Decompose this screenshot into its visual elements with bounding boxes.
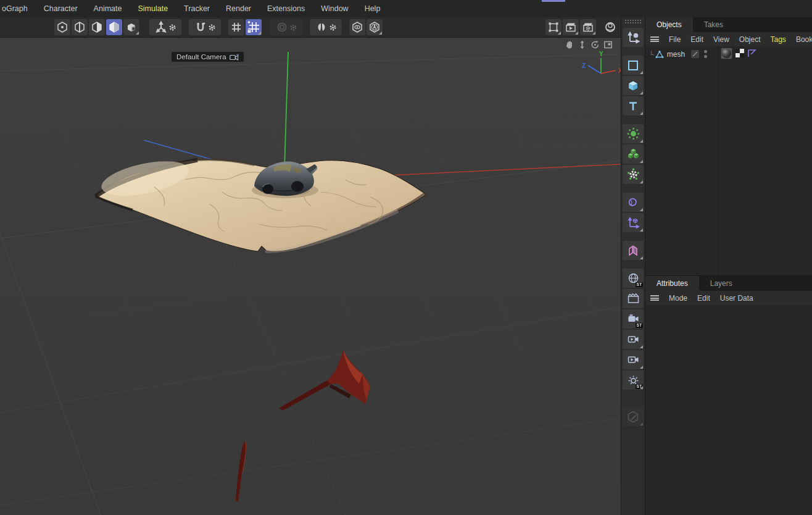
workplane-locked-grid-icon (247, 20, 260, 34)
falloff-circles-icon (276, 21, 288, 33)
phong-tag-icon[interactable] (747, 49, 756, 58)
volume-builder-button[interactable] (623, 144, 644, 164)
right-panel: Objects Takes File Edit View Object Tags… (645, 17, 812, 515)
object-name[interactable]: mesh (667, 50, 685, 59)
menu-help[interactable]: Help (357, 0, 389, 17)
material-tag-icon[interactable] (721, 48, 732, 59)
metaball-button[interactable] (623, 193, 644, 212)
null-axis-button[interactable] (623, 213, 644, 232)
camera-st-button[interactable]: ST (623, 309, 644, 329)
st-badge: ST (636, 384, 643, 389)
move-tool-button[interactable] (623, 28, 644, 47)
maximize-view-icon[interactable] (603, 40, 613, 50)
menu-tracker[interactable]: Tracker (176, 0, 218, 17)
workplane-lock-button[interactable] (246, 19, 262, 35)
tab-attributes[interactable]: Attributes (645, 276, 699, 291)
model-mode-button[interactable] (106, 19, 122, 35)
generator-settings-button[interactable] (623, 165, 644, 184)
attributes-hamburger-icon[interactable] (650, 295, 659, 301)
objects-menu-file[interactable]: File (669, 35, 681, 44)
objects-menu-object[interactable]: Object (739, 35, 761, 44)
symmetry-button[interactable] (310, 19, 342, 35)
objects-hamburger-icon[interactable] (650, 36, 659, 42)
polygons-mode-button[interactable] (89, 19, 105, 35)
menu-mograph[interactable]: oGraph (0, 0, 36, 17)
axis-tool-icon (155, 21, 167, 33)
frame-selected-button[interactable] (545, 19, 561, 35)
workplane-button[interactable] (228, 19, 244, 35)
attributes-menu-mode[interactable]: Mode (669, 294, 687, 303)
camera-icon (230, 54, 239, 61)
menu-extensions[interactable]: Extensions (259, 0, 313, 17)
visibility-dots[interactable] (704, 50, 707, 58)
st-badge: ST (636, 323, 643, 328)
text-object-icon (627, 100, 639, 112)
viewport-nav-controls (564, 40, 613, 50)
field-object-button[interactable] (623, 124, 644, 143)
camera-play-2-button[interactable] (623, 350, 644, 369)
camera-label[interactable]: Default Camera (172, 52, 244, 62)
menu-render[interactable]: Render (218, 0, 259, 17)
edit-toggle-icon[interactable] (691, 50, 699, 58)
objects-tab-bar: Objects Takes (645, 17, 812, 32)
pan-hand-icon[interactable] (564, 40, 574, 50)
interactive-render-orb-icon (603, 20, 617, 34)
spline-rectangle-button[interactable] (623, 56, 644, 75)
attributes-menu-edit[interactable]: Edit (697, 294, 710, 303)
camera-play-2-icon (627, 353, 640, 366)
objects-menu-bookmarks[interactable]: Bookmarks (796, 35, 812, 44)
strip-grip-handle[interactable] (624, 19, 642, 24)
attributes-body (645, 305, 812, 513)
tab-objects[interactable]: Objects (645, 17, 693, 32)
tool-strip: ST ST ST (621, 17, 645, 515)
attributes-menu-user-data[interactable]: User Data (720, 294, 753, 303)
uvw-tag-icon[interactable] (735, 49, 744, 57)
null-axis-icon (627, 216, 640, 229)
solo-eye-hexagon-icon (351, 21, 363, 33)
menu-simulate[interactable]: Simulate (130, 0, 176, 17)
objects-menu-view[interactable]: View (713, 35, 729, 44)
points-mode-button[interactable] (54, 19, 70, 35)
object-row-mesh[interactable]: └ mesh (645, 48, 812, 61)
frame-selected-icon (547, 21, 560, 33)
orbit-rotate-icon[interactable] (590, 40, 600, 50)
stage-object-button[interactable] (623, 289, 644, 308)
viewport-3d[interactable]: Default Camera Y Z X (0, 38, 621, 515)
text-object-button[interactable] (623, 96, 644, 115)
render-view-button[interactable] (563, 19, 579, 35)
objects-tree[interactable]: └ mesh (645, 46, 812, 276)
cube-primitive-button[interactable] (623, 76, 644, 95)
solo-auto-button[interactable] (367, 19, 383, 35)
menu-window[interactable]: Window (313, 0, 356, 17)
snap-button[interactable] (189, 19, 221, 35)
axis-gizmo[interactable]: Y Z X (580, 51, 621, 82)
interactive-render-button[interactable] (602, 19, 618, 35)
edit-disabled-button (623, 407, 644, 426)
move-tool-icon (626, 31, 640, 44)
tab-takes[interactable]: Takes (693, 17, 734, 32)
main-toolbar (0, 17, 621, 38)
light-object-button[interactable]: ST (623, 371, 644, 390)
attributes-menu-row: Mode Edit User Data (645, 291, 812, 305)
menu-animate[interactable]: Animate (86, 0, 130, 17)
sky-object-button[interactable]: ST (623, 269, 644, 288)
menu-character[interactable]: Character (36, 0, 86, 17)
camera-play-button[interactable] (623, 330, 644, 349)
workplane-grid-icon (230, 21, 242, 33)
solo-button[interactable] (349, 19, 365, 35)
instance-mirror-button[interactable] (623, 241, 644, 260)
render-settings-button[interactable] (580, 19, 596, 35)
enable-axis-button[interactable] (149, 19, 181, 35)
render-view-icon (565, 21, 577, 33)
object-mode-icon (125, 21, 138, 33)
objects-menu-tags[interactable]: Tags (771, 35, 786, 44)
falloff-button (270, 19, 302, 35)
object-mode-button[interactable] (123, 19, 139, 35)
window-accent-strip (542, 0, 565, 2)
tab-layers[interactable]: Layers (699, 276, 744, 291)
field-object-icon (627, 127, 640, 140)
dolly-zoom-icon[interactable] (577, 40, 587, 50)
edges-mode-button[interactable] (72, 19, 88, 35)
objects-menu-edit[interactable]: Edit (690, 35, 703, 44)
menu-bar: oGraph Character Animate Simulate Tracke… (0, 0, 812, 17)
